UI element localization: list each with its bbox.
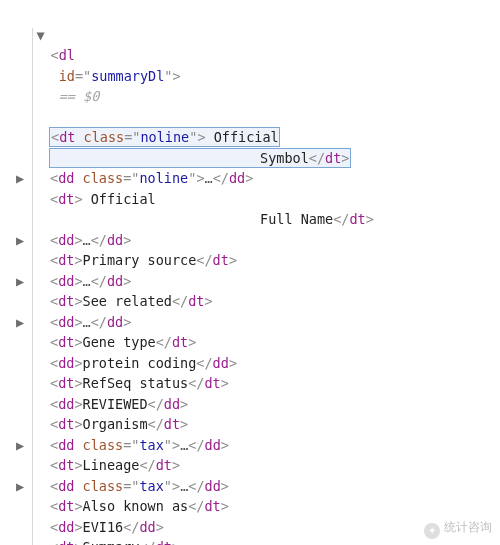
dom-node[interactable]: ▶<dd class="noline">…</dd> (8, 168, 500, 189)
chevron-right-icon[interactable]: ▶ (16, 312, 28, 333)
dom-node[interactable]: ▶<dd>…</dd> (8, 312, 500, 333)
dom-node[interactable]: <dt>Also known as</dt> (8, 496, 500, 517)
dom-node[interactable]: ▶<dd class="tax">…</dd> (8, 476, 500, 497)
dom-node[interactable]: ▶<dd>…</dd> (8, 230, 500, 251)
dom-node[interactable]: <dd>REVIEWED</dd> (8, 394, 500, 415)
dom-node[interactable]: <dt>RefSeq status</dt> (8, 373, 500, 394)
chevron-right-icon[interactable]: ▶ (16, 476, 28, 497)
chevron-down-icon[interactable]: ▼ (37, 25, 49, 46)
dom-tree: ▼ <dl id="summaryDl"> == $0 <dt class="n… (0, 4, 500, 545)
root-node[interactable]: ▼ <dl id="summaryDl"> == $0 (8, 4, 500, 127)
chevron-right-icon[interactable]: ▶ (16, 230, 28, 251)
chevron-right-icon[interactable]: ▶ (16, 271, 28, 292)
dom-node[interactable]: ▶<dd class="tax">…</dd> (8, 435, 500, 456)
chevron-right-icon[interactable]: ▶ (16, 168, 28, 189)
selected-indicator: == $0 (59, 88, 100, 104)
dom-node[interactable]: <dt> OfficialFull Name</dt> (8, 189, 500, 230)
children-container: <dt class="noline"> OfficialSymbol</dt>▶… (8, 127, 500, 545)
dom-node[interactable]: <dd>protein coding</dd> (8, 353, 500, 374)
chevron-right-icon[interactable]: ▶ (16, 435, 28, 456)
dom-node[interactable]: ▶<dd>…</dd> (8, 271, 500, 292)
dom-node[interactable]: <dt>Gene type</dt> (8, 332, 500, 353)
dom-node[interactable]: <dt class="noline"> OfficialSymbol</dt> (8, 127, 500, 168)
dom-node[interactable]: <dt>Organism</dt> (8, 414, 500, 435)
wechat-icon: ✦ (424, 523, 440, 539)
dom-node[interactable]: <dt>See related</dt> (8, 291, 500, 312)
selected-node[interactable]: <dt class="noline"> OfficialSymbol</dt> (50, 128, 350, 167)
dom-node[interactable]: <dt>Lineage</dt> (8, 455, 500, 476)
dom-node[interactable]: <dt>Primary source</dt> (8, 250, 500, 271)
watermark: ✦统计咨询 (424, 518, 492, 539)
